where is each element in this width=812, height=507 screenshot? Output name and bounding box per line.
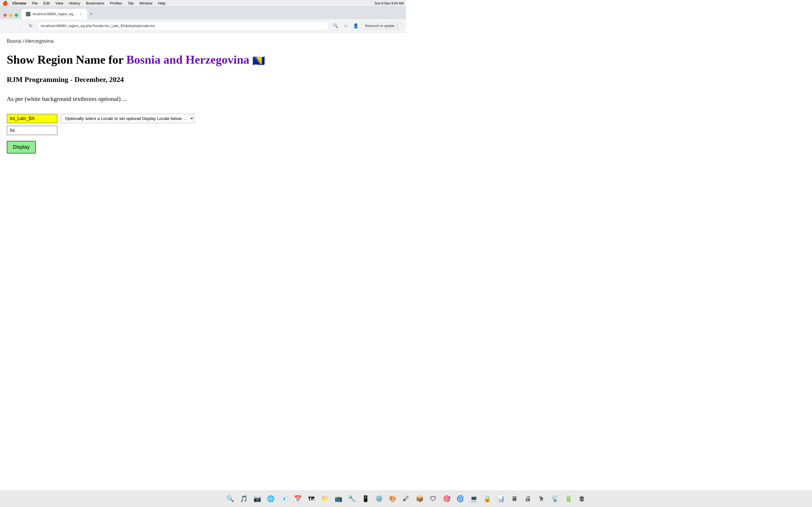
refresh-button[interactable]: ↻ [26,21,35,31]
menubar-history[interactable]: History [66,1,82,6]
menubar-view[interactable]: View [53,1,65,6]
relaunch-more-icon: ⋮ [396,24,399,28]
forward-button[interactable]: → [15,21,24,31]
menubar-help[interactable]: Help [156,1,168,6]
tab-title: localhost:8888/i_region_eg... [33,12,76,16]
menubar-bookmarks[interactable]: Bookmarks [84,1,107,6]
page-subheading: RJM Programming - December, 2024 [7,75,399,84]
address-bar[interactable]: localhost:8888/i_region_eg.php?locale=bs… [37,21,329,31]
chrome-titlebar: localhost:8888/i_region_eg... × + [0,7,406,19]
menubar-window[interactable]: Window [137,1,154,6]
relaunch-button[interactable]: Relaunch to update ⋮ [361,22,403,29]
apple-menu[interactable]: 🍎 [2,1,8,6]
menubar-profiles[interactable]: Profiles [108,1,124,6]
locale-input[interactable] [7,114,57,123]
window-minimize-button[interactable] [9,13,12,17]
locale-row: Optionally select a Locale to set option… [7,114,399,123]
menubar-edit[interactable]: Edit [41,1,52,6]
window-close-button[interactable] [3,13,7,17]
heading-prefix: Show Region Name for [7,53,126,66]
back-button[interactable]: ← [3,21,12,31]
display-locale-input[interactable] [7,126,57,135]
display-button[interactable]: Display [7,141,36,154]
profile-button[interactable]: 👤 [351,21,360,31]
url-text: localhost:8888/i_region_eg.php?locale=bs… [41,24,155,28]
chrome-toolbar: ← → ↻ localhost:8888/i_region_eg.php?loc… [0,19,406,33]
tab-favicon [26,12,31,16]
menubar-file[interactable]: File [30,1,40,6]
window-maximize-button[interactable] [15,13,18,17]
active-tab[interactable]: localhost:8888/i_region_eg... × [21,9,87,19]
menubar-chrome[interactable]: Chrome [10,1,29,6]
page-description: As per (white background textboxes optio… [7,95,399,103]
toolbar-right: 🔍 ☆ 👤 Relaunch to update ⋮ [331,21,403,31]
page-small-title: Bosna i Hercegovina [7,38,399,44]
page-heading: Show Region Name for Bosnia and Herzegov… [7,53,399,67]
menu-clock: Sun 8 Dec 8:04 AM [375,1,404,5]
form-area: Optionally select a Locale to set option… [7,114,399,135]
menubar: 🍎 Chrome File Edit View History Bookmark… [0,0,406,7]
window-controls [3,13,18,17]
search-button[interactable]: 🔍 [331,21,340,31]
bookmark-button[interactable]: ☆ [341,21,350,31]
new-tab-button[interactable]: + [87,10,95,18]
display-locale-row [7,126,399,135]
heading-country: Bosnia and Herzegovina [126,53,249,66]
page-content: Bosna i Hercegovina Show Region Name for… [0,33,406,237]
locale-select[interactable]: Optionally select a Locale to set option… [61,114,194,123]
tab-close-button[interactable]: × [78,12,83,16]
menubar-right: Sun 8 Dec 8:04 AM [375,1,404,5]
tabs-area: localhost:8888/i_region_eg... × + [21,7,406,19]
menubar-tab[interactable]: Tab [125,1,136,6]
heading-flag: 🇧🇦 [252,55,265,67]
relaunch-label: Relaunch to update [365,24,395,28]
